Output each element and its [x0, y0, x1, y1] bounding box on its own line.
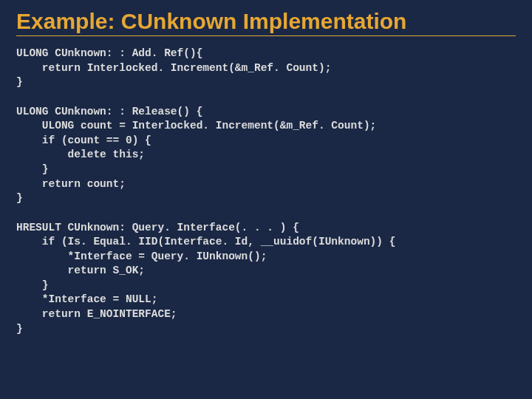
- slide-title: Example: CUnknown Implementation: [16, 9, 516, 34]
- code-block-3: HRESULT CUnknown: Query. Interface(. . .…: [16, 221, 516, 337]
- code-block-2: ULONG CUnknown: : Release() { ULONG coun…: [16, 105, 516, 206]
- code-block-1: ULONG CUnknown: : Add. Ref(){ return Int…: [16, 47, 516, 90]
- title-underline: [16, 35, 516, 36]
- slide: Example: CUnknown Implementation ULONG C…: [0, 0, 532, 399]
